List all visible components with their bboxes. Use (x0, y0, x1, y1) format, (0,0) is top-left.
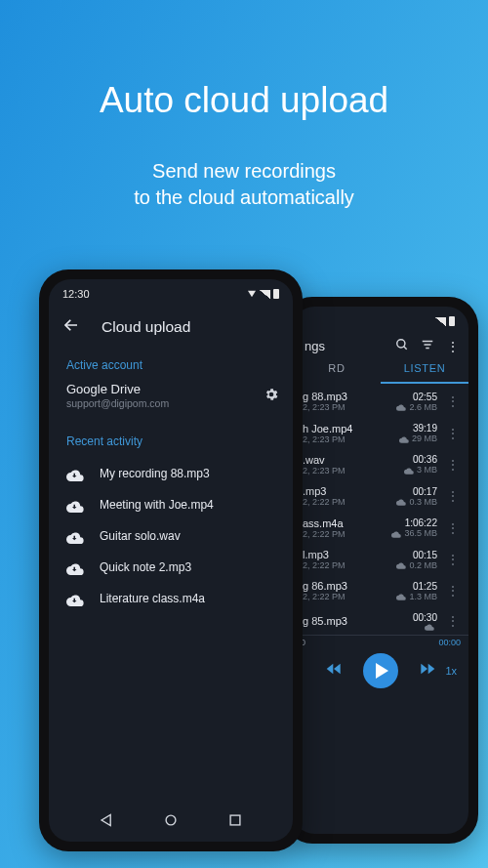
svg-marker-5 (334, 663, 341, 674)
recording-date: 2, 2:23 PM (303, 434, 393, 444)
gear-icon[interactable] (264, 387, 279, 405)
recording-duration: 00:15 (396, 550, 437, 560)
more-icon[interactable]: ⋮ (446, 339, 459, 354)
recording-size: 0.2 MB (409, 560, 437, 570)
recording-size: 1.3 MB (409, 592, 437, 601)
recording-duration: 02:55 (396, 392, 437, 402)
tab-record[interactable]: RD (293, 362, 381, 384)
battery-icon (273, 289, 279, 299)
recording-item[interactable]: .mp32, 2:22 PM00:170.3 MB⋮ (301, 480, 461, 512)
signal-icon (435, 317, 446, 326)
item-more-icon[interactable]: ⋮ (443, 427, 459, 440)
rewind-button[interactable] (326, 662, 342, 680)
recording-date: 2, 2:22 PM (303, 560, 390, 570)
recording-duration: 00:36 (404, 454, 437, 465)
recording-item[interactable]: g 85.mp300:30⋮ (301, 607, 461, 635)
recording-size: 2.6 MB (409, 402, 437, 412)
item-more-icon[interactable]: ⋮ (443, 614, 459, 628)
recording-name: g 85.mp3 (303, 615, 407, 627)
recent-item[interactable]: Guitar solo.wav (66, 520, 275, 552)
svg-rect-12 (230, 815, 240, 825)
recent-item-name: Meeting with Joe.mp4 (100, 498, 214, 512)
recording-size: 3 MB (417, 465, 437, 475)
nav-recent-icon[interactable] (228, 813, 242, 831)
recording-name: ass.m4a (303, 517, 386, 529)
svg-marker-7 (421, 663, 427, 674)
nav-home-icon[interactable] (164, 813, 178, 831)
wifi-icon (248, 291, 256, 297)
recording-date: 2, 2:22 PM (303, 529, 386, 539)
item-more-icon[interactable]: ⋮ (443, 521, 459, 535)
recent-activity-heading: Recent activity (49, 421, 293, 454)
cloud-icon (399, 435, 409, 442)
recording-item[interactable]: g 86.mp32, 2:22 PM01:251.3 MB⋮ (301, 575, 461, 606)
recent-item[interactable]: My recording 88.mp3 (66, 458, 275, 489)
recording-name: l.mp3 (303, 549, 390, 560)
recording-size: 29 MB (412, 434, 437, 443)
play-button[interactable] (363, 653, 398, 688)
filter-icon[interactable] (421, 338, 434, 354)
play-icon (376, 663, 388, 679)
item-more-icon[interactable]: ⋮ (443, 584, 459, 598)
svg-marker-8 (428, 663, 435, 674)
cloud-icon (396, 561, 406, 568)
recording-item[interactable]: h Joe.mp42, 2:23 PM39:1929 MB⋮ (301, 417, 461, 448)
cloud-icon (391, 530, 401, 537)
recording-name: .wav (303, 454, 398, 466)
speed-button[interactable]: 1x (445, 665, 457, 677)
status-bar: 12:30 (49, 283, 293, 305)
recent-item[interactable]: Literature class.m4a (66, 583, 275, 614)
recent-item[interactable]: Meeting with Joe.mp4 (66, 489, 275, 520)
search-icon[interactable] (395, 338, 409, 354)
cloud-icon (404, 467, 414, 474)
phone-front: 12:30 Cloud upload Active account Google… (39, 269, 303, 851)
recording-duration: 00:30 (413, 612, 437, 623)
cloud-done-icon (66, 561, 84, 573)
recording-item[interactable]: l.mp32, 2:22 PM00:150.2 MB⋮ (301, 544, 461, 575)
hero-subtitle: Send new recordings to the cloud automat… (0, 158, 488, 211)
recording-size: 36.5 MB (404, 528, 437, 538)
tab-row: RD LISTEN (293, 354, 468, 384)
recording-duration: 39:19 (399, 423, 437, 434)
item-more-icon[interactable]: ⋮ (443, 553, 459, 566)
recording-name: h Joe.mp4 (303, 423, 393, 434)
item-more-icon[interactable]: ⋮ (443, 394, 459, 408)
back-header-title: ngs (305, 339, 325, 353)
status-time: 12:30 (62, 288, 90, 300)
cloud-icon (396, 403, 406, 410)
recording-item[interactable]: ass.m4a2, 2:22 PM1:06:2236.5 MB⋮ (301, 513, 461, 544)
signal-icon (260, 290, 270, 299)
svg-line-1 (404, 347, 407, 350)
recent-item-name: Literature class.m4a (100, 592, 205, 605)
back-button[interactable] (62, 316, 80, 337)
player-total: 00:00 (438, 638, 461, 647)
status-time (306, 315, 309, 327)
item-more-icon[interactable]: ⋮ (443, 458, 459, 472)
recent-item[interactable]: Quick note 2.mp3 (66, 552, 275, 583)
svg-marker-6 (327, 663, 334, 674)
svg-point-0 (397, 340, 405, 348)
recording-item[interactable]: g 88.mp32, 2:23 PM02:552.6 MB⋮ (301, 386, 461, 417)
hero-sub-line2: to the cloud automatically (134, 186, 354, 208)
page-title: Cloud upload (102, 318, 190, 336)
phone-back: ngs ⋮ RD LISTEN g 88.mp32, 2:23 PM02:552… (283, 297, 478, 844)
recent-item-name: Quick note 2.mp3 (100, 560, 191, 574)
cloud-done-icon (66, 499, 84, 511)
cloud-done-icon (66, 530, 84, 542)
player-bar: 0 00:00 1x (293, 635, 468, 705)
recording-duration: 01:25 (396, 581, 437, 592)
battery-icon (449, 316, 455, 326)
cloud-icon (425, 623, 434, 630)
recording-duration: 00:17 (396, 486, 437, 497)
nav-back-icon[interactable] (100, 813, 113, 831)
svg-marker-10 (102, 814, 110, 825)
recording-item[interactable]: .wav2, 2:23 PM00:363 MB⋮ (301, 449, 461, 480)
tab-listen[interactable]: LISTEN (381, 362, 468, 384)
forward-button[interactable] (420, 662, 435, 680)
recent-item-name: My recording 88.mp3 (100, 467, 210, 480)
cloud-icon (396, 593, 406, 599)
recording-size: 0.3 MB (409, 497, 437, 507)
item-more-icon[interactable]: ⋮ (443, 489, 459, 503)
account-row[interactable]: Google Drive support@digipom.com (49, 378, 293, 421)
recording-date: 2, 2:22 PM (303, 497, 390, 507)
